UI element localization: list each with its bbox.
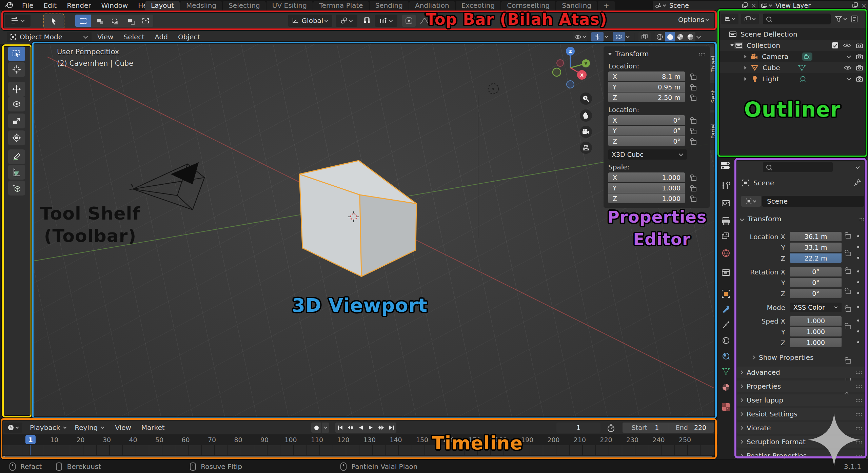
record-button[interactable] bbox=[311, 423, 321, 433]
prop-sped-x[interactable]: 1.000 bbox=[790, 316, 842, 326]
panel-advanced[interactable]: Advanced bbox=[736, 367, 866, 378]
outliner-filter-dropdown[interactable] bbox=[835, 16, 847, 22]
active-tool-button[interactable] bbox=[43, 14, 64, 29]
outliner-filter-id-dropdown[interactable] bbox=[741, 14, 759, 24]
outliner-row-collection[interactable]: Collection bbox=[719, 40, 867, 51]
prev-keyframe-button[interactable] bbox=[346, 423, 356, 433]
breadcrumb-label[interactable]: Scene bbox=[753, 179, 774, 187]
show-properties-toggle[interactable]: Show Properties bbox=[752, 353, 813, 362]
lock-icon[interactable] bbox=[691, 198, 696, 202]
stopwatch-icon[interactable] bbox=[607, 424, 615, 432]
scene-collection-label[interactable]: Scene Dellection bbox=[741, 30, 797, 38]
lock-icon[interactable] bbox=[846, 269, 851, 274]
current-frame-field[interactable]: 1 bbox=[556, 423, 600, 433]
animate-dot-icon[interactable] bbox=[857, 320, 859, 322]
outliner-row-cube[interactable]: Cube bbox=[719, 62, 867, 73]
end-frame-field[interactable]: End 220 bbox=[668, 424, 714, 431]
location-z-field[interactable]: Z2.50 m bbox=[608, 92, 685, 102]
gizmos-toggle[interactable] bbox=[591, 32, 604, 42]
animate-dot-icon[interactable] bbox=[857, 246, 859, 248]
animate-dot-icon[interactable] bbox=[857, 341, 859, 343]
mode-dropdown-field[interactable]: XSS Color bbox=[790, 303, 842, 312]
rotation-mode-dropdown[interactable]: X3D Cubc bbox=[608, 149, 687, 160]
animate-dot-icon[interactable] bbox=[857, 235, 859, 237]
properties-search-input[interactable] bbox=[763, 162, 833, 172]
lock-icon[interactable] bbox=[691, 187, 696, 191]
play-reverse-button[interactable] bbox=[356, 423, 366, 433]
rotation-z-field[interactable]: Z0° bbox=[608, 136, 685, 146]
disclosure-right-icon[interactable] bbox=[744, 55, 746, 58]
cube-object[interactable] bbox=[299, 161, 416, 276]
scale-z-field[interactable]: Z1.000 bbox=[608, 193, 685, 203]
menu-window[interactable]: Window bbox=[96, 1, 133, 9]
blender-logo-icon[interactable] bbox=[5, 1, 14, 9]
menu-render[interactable]: Render bbox=[62, 1, 96, 9]
select-mode-new-button[interactable] bbox=[75, 15, 91, 27]
animate-dot-icon[interactable] bbox=[857, 257, 859, 259]
location-x-field[interactable]: X8.1 m bbox=[608, 71, 685, 81]
shading-solid-button[interactable] bbox=[665, 32, 675, 42]
tool-measure[interactable] bbox=[8, 165, 25, 180]
tab-data-icon[interactable] bbox=[722, 367, 730, 375]
tool-move[interactable] bbox=[8, 82, 25, 97]
workspace-tab[interactable]: Cornseelting bbox=[501, 1, 555, 11]
scale-y-field[interactable]: Y1.000 bbox=[608, 183, 685, 193]
pivot-point-dropdown[interactable] bbox=[336, 15, 357, 27]
jump-to-end-button[interactable] bbox=[386, 423, 396, 433]
panel-grip-icon[interactable] bbox=[699, 53, 706, 56]
animate-dot-icon[interactable] bbox=[857, 270, 859, 272]
timeline-tracks[interactable] bbox=[0, 445, 718, 455]
shading-wireframe-button[interactable] bbox=[655, 32, 665, 42]
npanel-tab-item[interactable]: Tolael bbox=[710, 47, 717, 80]
ortho-toggle-button[interactable] bbox=[580, 142, 592, 154]
lock-icon[interactable] bbox=[691, 119, 696, 124]
tab-physics-icon[interactable] bbox=[722, 336, 730, 345]
tab-texture-icon[interactable] bbox=[722, 403, 730, 411]
tool-annotate[interactable] bbox=[8, 149, 25, 164]
prop-location-x[interactable]: 36.1 m bbox=[790, 232, 842, 241]
lock-icon[interactable] bbox=[846, 307, 851, 312]
outliner-display-mode-dropdown[interactable] bbox=[721, 14, 738, 24]
options-dropdown[interactable]: Options bbox=[678, 16, 710, 24]
timeline-ruler[interactable]: 1020304050607080901001101201301401501601… bbox=[0, 434, 718, 445]
lock-icon[interactable] bbox=[846, 325, 851, 329]
prop-location-y[interactable]: 33.1 m bbox=[790, 243, 842, 252]
tab-render-icon[interactable] bbox=[722, 199, 730, 207]
prop-location-z[interactable]: 22.2 m bbox=[790, 253, 842, 263]
close-icon[interactable]: × bbox=[861, 2, 867, 9]
view-layer-name[interactable]: View Layer bbox=[775, 2, 811, 9]
start-frame-field[interactable]: Start 1 bbox=[623, 424, 668, 431]
disable-render-camera-icon[interactable] bbox=[856, 54, 863, 60]
light-object[interactable] bbox=[488, 84, 498, 94]
tab-scene-icon[interactable] bbox=[722, 269, 730, 276]
view-layer-selector[interactable]: View Layer × bbox=[759, 1, 868, 10]
lock-icon[interactable] bbox=[691, 177, 696, 181]
shading-material-button[interactable] bbox=[675, 32, 685, 42]
rotation-x-field[interactable]: X0° bbox=[608, 115, 685, 125]
timeline-menu-view[interactable]: View bbox=[115, 424, 131, 432]
menu-file[interactable]: File bbox=[17, 1, 38, 9]
workspace-tab[interactable]: Sending bbox=[370, 1, 409, 11]
select-mode-extend-button[interactable] bbox=[91, 15, 106, 27]
animate-dot-icon[interactable] bbox=[857, 281, 859, 283]
tab-tool-icon[interactable] bbox=[722, 181, 730, 190]
workspace-tab[interactable]: Exceoting bbox=[456, 1, 500, 11]
show-object-types-dropdown[interactable] bbox=[573, 32, 587, 42]
camera-label[interactable]: Camera bbox=[762, 53, 789, 61]
disclosure-down-icon[interactable] bbox=[730, 44, 734, 46]
panel-user-lupup[interactable]: User lupup bbox=[736, 394, 866, 406]
menu-edit[interactable]: Edit bbox=[38, 1, 62, 9]
mode-dropdown[interactable]: Object Mode bbox=[7, 32, 92, 42]
location-y-field[interactable]: Y0.95 m bbox=[608, 82, 685, 92]
tab-particles-icon[interactable] bbox=[722, 321, 730, 329]
collection-checkbox[interactable] bbox=[832, 42, 838, 48]
close-icon[interactable]: × bbox=[751, 2, 756, 9]
rotation-y-field[interactable]: Y0° bbox=[608, 126, 685, 136]
proportional-editing-button[interactable] bbox=[402, 15, 416, 27]
tool-scale[interactable] bbox=[8, 114, 25, 128]
render-preview-icon[interactable] bbox=[638, 32, 651, 42]
lock-icon[interactable] bbox=[846, 359, 851, 364]
camera-view-button[interactable] bbox=[580, 126, 592, 138]
tool-cursor[interactable] bbox=[8, 62, 25, 77]
outliner-options-icon[interactable] bbox=[851, 15, 858, 23]
